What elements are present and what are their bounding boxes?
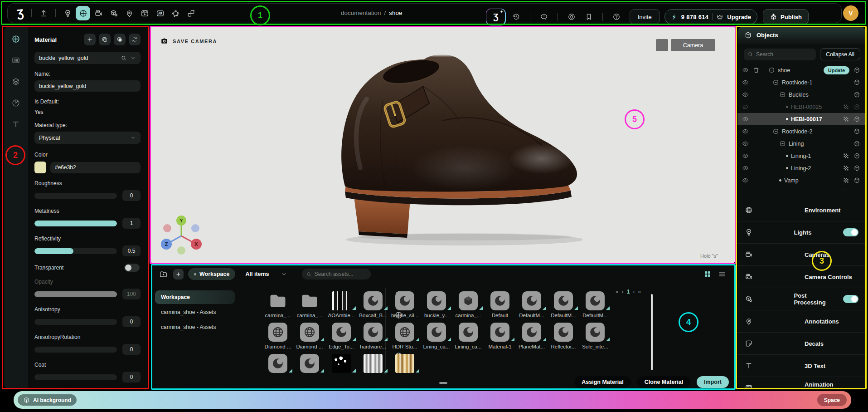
expander-button[interactable] [772,128,779,135]
tool-ar-button[interactable] [153,6,167,20]
asset-tile[interactable]: buckle_sil... [391,291,419,318]
asset-tile[interactable]: HDR Stu... [391,323,419,349]
tool-network-button[interactable] [168,6,183,20]
dup-button[interactable] [99,34,111,45]
asset-tile[interactable]: hardware... [359,323,387,349]
expander-button[interactable] [779,140,786,147]
tree-row-shoe[interactable]: shoeUpdate [737,64,866,76]
transparent-toggle[interactable] [124,264,140,272]
asset-folder-item[interactable]: Workspace [155,290,235,304]
visibility-toggle[interactable] [742,165,753,172]
cube-icon[interactable] [853,177,860,184]
plus-button[interactable] [84,34,96,45]
expander-button[interactable] [772,79,779,86]
asset-tile[interactable]: Lining_ca... [422,323,451,349]
asset-folder-item[interactable]: carmina_shoe - Assets [155,320,235,334]
asset-tile[interactable]: Lining_ca... [454,323,482,349]
visibility-toggle[interactable] [742,67,753,74]
asset-tile[interactable]: DefaultM... [581,291,609,318]
new-folder-button[interactable] [158,269,169,280]
slider-track[interactable] [34,319,117,325]
color-hex-input[interactable] [50,162,141,173]
invite-button[interactable]: Invite [630,9,660,25]
cube-icon[interactable] [853,165,860,172]
rail-material-button[interactable] [11,34,20,44]
asset-folder-item[interactable]: carmina_shoe - Assets [155,305,235,319]
material-name-input[interactable] [34,80,141,92]
tool-pin-button[interactable] [122,6,136,20]
save-camera-button[interactable]: SAVE CAMERA [160,37,217,45]
material-selector[interactable]: buckle_yellow_gold [34,52,141,64]
slider-track[interactable] [34,291,117,297]
scrollbar[interactable] [651,294,653,370]
axis-gizmo[interactable]: Y X Z [160,214,203,258]
import-button[interactable]: Import [697,376,729,388]
section-toggle[interactable] [843,295,858,303]
asset-tile[interactable]: carmina_... [264,291,292,318]
tree-row-Lining[interactable]: Lining [737,137,866,150]
asset-tile[interactable]: Boxcalf_B... [359,291,387,318]
asset-tile[interactable] [391,354,419,375]
asset-tile[interactable]: DefaultM... [518,291,546,318]
breadcrumb-parent[interactable]: documentation [341,10,381,16]
tool-material-button[interactable] [76,6,90,20]
asset-tile[interactable]: carmina_... [454,291,482,318]
visibility-toggle[interactable] [742,177,753,184]
assign-material-button[interactable]: Assign Material [574,376,630,388]
topbar-chat-button[interactable] [537,10,551,24]
asset-tile[interactable]: Diamond ... [264,323,292,349]
list-view-button[interactable] [718,270,726,278]
cube-icon[interactable] [853,152,860,159]
ai-prompt-bar[interactable]: AI background Space [14,391,851,409]
objects-search-input[interactable] [756,51,792,58]
section-lights[interactable]: Lights [737,221,866,243]
tool-cube-gear-button[interactable] [107,6,121,20]
app-logo[interactable]: Ʒ [16,6,24,20]
asset-tile[interactable]: Default [486,291,514,318]
color-swatch[interactable] [34,162,46,173]
section-annotations[interactable]: Annotations [737,310,866,332]
visibility-toggle[interactable] [742,116,753,123]
rail-layers-button[interactable] [11,77,20,86]
visibility-toggle[interactable] [742,128,753,135]
cube-icon[interactable] [853,79,860,86]
asset-tile[interactable]: Edge_To... [327,323,355,349]
visibility-toggle[interactable] [742,140,753,147]
asset-tile[interactable] [327,354,355,375]
tree-row-HEBI-00017[interactable]: HEBI-00017 [737,113,866,125]
clone-material-button[interactable]: Clone Material [637,376,690,388]
asset-tile[interactable]: AOAmbie... [327,291,355,318]
asset-tile[interactable]: carmina_... [296,291,324,318]
tool-shapes-button[interactable] [184,6,198,20]
asset-filter-dropdown[interactable]: All items [245,271,287,277]
cube-icon[interactable] [853,116,860,123]
asset-tile[interactable] [296,354,324,375]
copy-button[interactable] [114,34,126,45]
cube-icon[interactable] [853,128,860,135]
topbar-record-button[interactable] [564,10,579,24]
topbar-bookmark-button[interactable] [582,10,596,24]
avatar[interactable]: V [843,5,858,21]
add-asset-button[interactable] [173,269,184,280]
credits-upgrade-pill[interactable]: 9 878 614 Upgrade [664,9,757,25]
asset-tile[interactable]: Diamond ... [296,323,324,349]
section-cameras[interactable]: Cameras [737,243,866,265]
cube-icon[interactable] [853,103,860,110]
asset-tile[interactable]: Material-1 [486,323,514,349]
grid-view-button[interactable] [703,270,712,278]
cube-icon[interactable] [853,140,860,147]
section-camera-controls[interactable]: Camera Controls [737,265,866,288]
asset-tile[interactable]: PlaneMat... [518,323,546,349]
rail-uv-button[interactable] [11,56,20,65]
tree-row-Lining-2[interactable]: Lining-2 [737,162,866,174]
visibility-toggle[interactable] [742,79,753,86]
delete-button[interactable] [753,67,764,74]
slider-track[interactable] [34,374,117,380]
cube-icon[interactable] [853,91,860,98]
tool-film-button[interactable] [137,6,152,20]
ai-assistant-button[interactable]: Ʒ✦ [486,9,506,25]
rail-text3d-button[interactable] [11,120,20,129]
tree-row-Buckles[interactable]: Buckles [737,88,866,101]
topbar-help-button[interactable] [609,10,624,24]
viewport-3d[interactable]: SAVE CAMERA Camera [150,26,735,263]
